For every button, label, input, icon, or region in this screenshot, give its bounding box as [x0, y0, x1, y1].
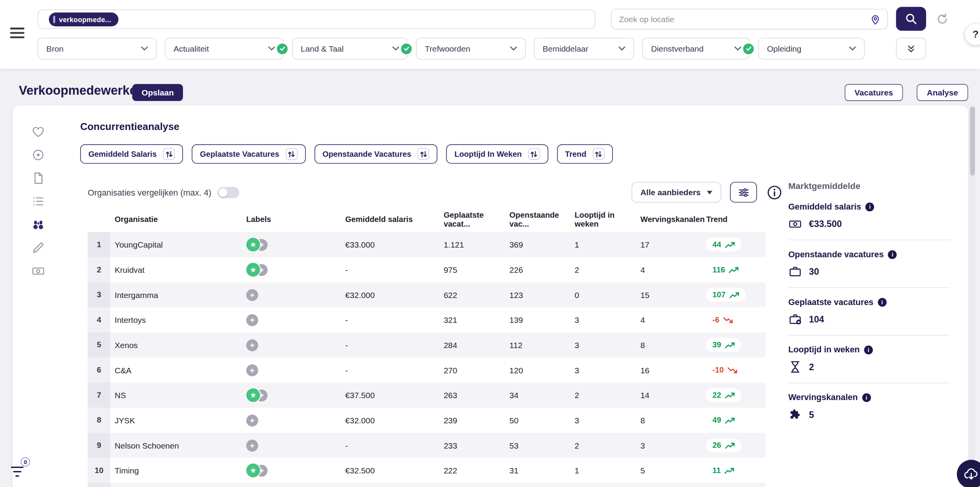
location-input[interactable] — [612, 14, 887, 24]
salary-cell: €32.000 — [341, 290, 439, 300]
info-icon[interactable]: i — [888, 250, 897, 259]
trend-down-icon — [723, 316, 733, 323]
compare-row: Organisaties vergelijken (max. 4) — [88, 187, 240, 198]
add-label-button[interactable]: + — [246, 439, 258, 451]
save-button[interactable]: Opslaan — [132, 84, 183, 101]
info-icon[interactable]: i — [866, 202, 875, 211]
sort-icon — [418, 148, 430, 160]
org-row[interactable]: 9Nelson Schoenen+-233532326 — [88, 433, 766, 458]
reset-search-icon[interactable] — [936, 13, 948, 25]
sort-button-gemiddeld-salaris[interactable]: Gemiddeld Salaris — [80, 144, 183, 164]
org-row[interactable]: 4Intertoys+-32113934-6 — [88, 307, 766, 333]
org-row[interactable]: 1YoungCapital★+€33.0001.12136911744 — [88, 232, 766, 257]
open-vacancies-cell: 34 — [505, 390, 570, 400]
collapse-filters-button[interactable] — [896, 38, 926, 60]
sidebar-pen-icon[interactable] — [31, 240, 46, 255]
sort-button-openstaande-vacatures[interactable]: Openstaande Vacatures — [314, 144, 438, 164]
add-label-button[interactable]: + — [246, 339, 258, 351]
org-row[interactable]: 8JYSK+€32.000239503849 — [88, 408, 766, 433]
market-stat-value: €33.500 — [809, 219, 842, 229]
salary-cell: €37.500 — [341, 390, 439, 400]
table-controls: Alle aanbieders — [631, 182, 783, 203]
sidebar-money-icon[interactable] — [31, 263, 46, 279]
trend-indicator: 49 — [706, 413, 741, 427]
row-rank: 4 — [88, 307, 110, 333]
trend-indicator: -10 — [706, 363, 744, 377]
labels-cell: + — [242, 289, 341, 301]
info-icon[interactable]: i — [878, 298, 887, 307]
info-button[interactable] — [766, 184, 783, 201]
market-stat-header: Geplaatste vacaturesi — [788, 297, 950, 307]
menu-icon[interactable] — [10, 28, 24, 38]
open-vacancies-cell: 120 — [505, 366, 570, 375]
add-label-button[interactable]: + — [246, 314, 258, 326]
org-row[interactable]: 3Intergamma+€32.000622123015107 — [88, 282, 766, 307]
sort-button-trend[interactable]: Trend — [557, 144, 612, 164]
filter-dropdown-bron[interactable]: Bron — [38, 38, 157, 60]
header-actions: Vacatures Analyse — [844, 84, 968, 101]
org-row[interactable]: 2Kruidvat★+-97522624116 — [88, 257, 766, 282]
table-settings-button[interactable] — [730, 182, 757, 203]
filter-active-check-icon — [401, 43, 411, 54]
sort-button-geplaatste-vacatures[interactable]: Geplaatste Vacatures — [192, 144, 305, 164]
org-row[interactable]: 7NS★+€37.5002633421422 — [88, 383, 766, 408]
sidebar-document-icon[interactable] — [31, 171, 46, 186]
organisation-name: JYSK — [110, 416, 242, 425]
weeks-cell: 2 — [570, 440, 636, 450]
location-pin-icon[interactable] — [869, 13, 882, 26]
vacatures-button[interactable]: Vacatures — [844, 84, 903, 101]
search-button[interactable] — [896, 7, 926, 31]
org-row[interactable]: 6C&A+-270120316-10 — [88, 357, 766, 383]
filter-active-check-icon — [743, 43, 754, 54]
filter-dropdown-trefwoorden[interactable]: Trefwoorden — [416, 38, 526, 60]
market-stat-wervingskanalen: Wervingskanaleni5 — [788, 390, 950, 430]
add-label-button[interactable]: + — [246, 289, 258, 301]
organisation-name: NS — [110, 390, 242, 400]
sidebar-binoculars-icon[interactable] — [31, 217, 46, 232]
trend-cell: 39 — [702, 338, 766, 352]
filters-fab-icon[interactable] — [9, 465, 25, 479]
sidebar-heart-icon[interactable] — [31, 124, 46, 139]
trend-value: -10 — [713, 366, 724, 374]
analyse-button[interactable]: Analyse — [917, 84, 968, 101]
column-header-trend: Trend — [702, 215, 766, 224]
trend-value: 22 — [713, 391, 721, 400]
market-stat-value-row: 104 — [788, 312, 950, 326]
posted-vacancies-cell: 222 — [439, 466, 505, 475]
posted-vacancies-cell: 263 — [439, 390, 505, 400]
market-stat-openstaande-vacatures: Openstaande vacaturesi30 — [788, 247, 950, 288]
org-row[interactable]: 10Timing★+€32.500222311511 — [88, 458, 766, 483]
filter-dropdown-opleiding[interactable]: Opleiding — [758, 38, 865, 60]
keyword-search-input[interactable]: verkoopmede... — [38, 9, 595, 29]
add-label-button[interactable]: + — [246, 414, 258, 426]
trend-value: 26 — [713, 441, 721, 450]
row-rank: 5 — [88, 333, 110, 358]
filter-dropdown-actualiteit[interactable]: Actualiteit — [165, 38, 284, 60]
trend-down-icon — [728, 367, 738, 374]
sidebar-radar-icon[interactable] — [31, 147, 46, 163]
chevron-down-icon — [268, 47, 275, 51]
scrollbar-thumb[interactable] — [970, 107, 975, 176]
org-row[interactable]: 5Xenos+-2841123839 — [88, 333, 766, 358]
sort-icon — [528, 148, 540, 160]
add-label-button[interactable]: + — [246, 364, 258, 376]
column-header-organisatie: Organisatie — [110, 215, 242, 224]
sidebar-list-icon[interactable] — [31, 194, 46, 209]
open-vacancies-cell: 369 — [505, 240, 570, 249]
channels-cell: 16 — [636, 366, 702, 375]
info-icon[interactable]: i — [864, 345, 873, 354]
salary-cell: - — [341, 366, 439, 375]
trend-value: 11 — [713, 466, 721, 475]
sort-buttons-row: Gemiddeld SalarisGeplaatste VacaturesOpe… — [80, 144, 612, 164]
info-icon[interactable]: i — [862, 393, 871, 402]
search-term-chip[interactable]: verkoopmede... — [49, 12, 118, 26]
labels-cell: ★+ — [242, 238, 341, 252]
filter-dropdown-bemiddelaar[interactable]: Bemiddelaar — [534, 38, 634, 60]
sort-button-looptijd-in-weken[interactable]: Looptijd In Weken — [446, 144, 548, 164]
filter-dropdown-land-taal[interactable]: Land & Taal — [292, 38, 408, 60]
salary-cell: - — [341, 440, 439, 450]
compare-toggle[interactable] — [217, 187, 240, 198]
filter-dropdown-dienstverband[interactable]: Dienstverband — [642, 38, 750, 60]
provider-filter-dropdown[interactable]: Alle aanbieders — [631, 182, 721, 203]
posted-vacancies-cell: 233 — [439, 440, 505, 450]
